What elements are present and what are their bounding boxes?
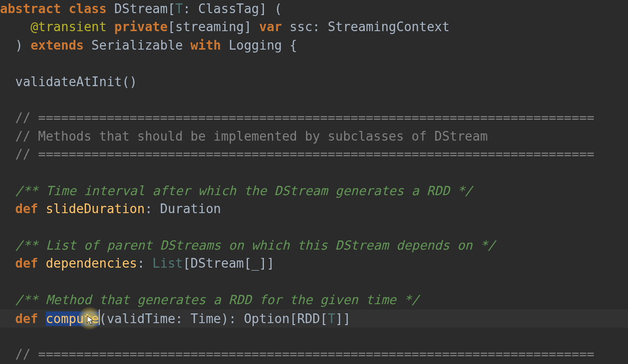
code-line[interactable]: abstract class DStream[T: ClassTag] (: [0, 0, 628, 18]
code-line[interactable]: // =====================================…: [0, 346, 628, 364]
code-token: [107, 1, 114, 16]
code-token: [107, 19, 114, 34]
code-token: abstract: [0, 1, 61, 16]
code-token: StreamingContext: [328, 19, 449, 34]
code-token: :: [145, 201, 160, 216]
code-token: class: [69, 1, 107, 16]
code-line[interactable]: [0, 55, 628, 73]
code-token: :: [137, 256, 152, 271]
code-token: Logging: [229, 38, 282, 53]
code-line[interactable]: // =====================================…: [0, 146, 628, 164]
code-token: private: [114, 19, 168, 34]
code-token: [183, 38, 191, 53]
code-token: [RDD[: [290, 311, 328, 326]
code-token: Serializable: [92, 38, 183, 53]
code-line[interactable]: def compute(validTime: Time): Option[RDD…: [0, 309, 628, 328]
code-token: [0, 19, 31, 34]
code-token: [84, 38, 92, 53]
code-token: ClassTag: [198, 1, 259, 16]
code-token: def: [15, 311, 38, 326]
code-line[interactable]: /** Method that generates a RDD for the …: [0, 291, 628, 309]
code-token: def: [15, 201, 38, 216]
code-line[interactable]: def slideDuration: Duration: [0, 200, 628, 218]
code-line[interactable]: [0, 218, 628, 237]
code-line[interactable]: /** List of parent DStreams on which thi…: [0, 237, 628, 255]
code-line[interactable]: validateAtInit(): [0, 73, 628, 91]
code-token: extends: [31, 38, 84, 53]
code-line[interactable]: [0, 328, 628, 346]
code-line[interactable]: @transient private[streaming] var ssc: S…: [0, 18, 628, 36]
code-token: @transient: [31, 19, 107, 34]
code-token: T: [328, 311, 335, 326]
code-token: // =====================================…: [0, 347, 594, 362]
code-token: DStream: [114, 1, 168, 16]
code-token: [DStream[_]]: [183, 256, 275, 271]
code-editor[interactable]: abstract class DStream[T: ClassTag] ( @t…: [0, 0, 628, 364]
code-line[interactable]: [0, 164, 628, 182]
code-token: Duration: [160, 201, 221, 216]
code-token: // =====================================…: [0, 110, 594, 125]
code-line[interactable]: ) extends Serializable with Logging {: [0, 36, 628, 55]
code-line[interactable]: [0, 91, 628, 109]
code-token: ):: [221, 311, 244, 326]
code-token: ): [0, 38, 31, 53]
code-token: [streaming]: [167, 19, 259, 34]
code-token: [221, 38, 229, 53]
code-token: with: [190, 38, 221, 53]
code-token: List: [152, 256, 183, 271]
code-token: T: [175, 1, 183, 16]
code-token: [: [167, 1, 175, 16]
code-line[interactable]: // =====================================…: [0, 109, 628, 127]
code-token: [61, 1, 69, 16]
code-token: Option: [244, 311, 290, 326]
code-token: compute: [46, 311, 99, 326]
code-token: var: [259, 19, 282, 34]
code-line[interactable]: [0, 273, 628, 291]
code-token: [38, 311, 46, 326]
code-token: ssc:: [282, 19, 328, 34]
code-token: [0, 201, 15, 216]
code-token: {: [282, 38, 297, 53]
code-token: [0, 311, 15, 326]
code-token: dependencies: [46, 256, 137, 271]
code-token: // =====================================…: [0, 147, 594, 162]
code-token: /** Time interval after which the DStrea…: [0, 183, 473, 198]
code-token: /** Method that generates a RDD for the …: [0, 292, 419, 307]
code-token: /** List of parent DStreams on which thi…: [0, 238, 495, 253]
code-token: ]]: [335, 311, 351, 326]
code-token: [38, 201, 46, 216]
code-line[interactable]: def dependencies: List[DStream[_]]: [0, 255, 628, 273]
code-token: slideDuration: [46, 201, 145, 216]
code-token: [38, 256, 46, 271]
code-token: (validTime:: [99, 311, 191, 326]
code-token: validateAtInit(): [0, 74, 137, 89]
code-token: def: [15, 256, 38, 271]
code-token: Time: [190, 311, 221, 326]
code-token: [0, 256, 15, 271]
code-token: :: [183, 1, 198, 16]
code-line[interactable]: // Methods that should be implemented by…: [0, 127, 628, 146]
code-line[interactable]: /** Time interval after which the DStrea…: [0, 182, 628, 200]
code-token: // Methods that should be implemented by…: [0, 129, 488, 144]
code-token: ] (: [259, 1, 282, 16]
